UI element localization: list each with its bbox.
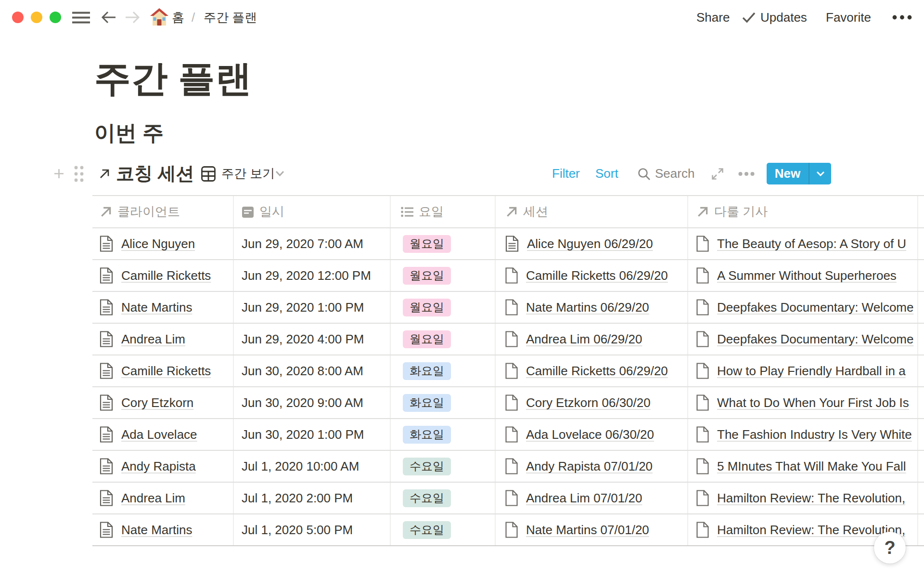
- article-link[interactable]: Deepfakes Documentary: Welcome: [717, 332, 913, 347]
- client-link[interactable]: Ada Lovelace: [121, 427, 197, 442]
- session-cell[interactable]: Alice Nguyen 06/29/20: [496, 228, 688, 259]
- session-link[interactable]: Andy Rapista 07/01/20: [526, 459, 653, 474]
- share-button[interactable]: Share: [696, 10, 730, 25]
- article-link[interactable]: How to Play Friendly Hardball in a: [717, 364, 906, 379]
- back-arrow-icon[interactable]: [101, 11, 116, 24]
- day-cell[interactable]: 월요일: [391, 324, 496, 355]
- client-cell[interactable]: Camille Ricketts: [92, 260, 234, 291]
- article-link[interactable]: 5 MInutes That Will Make You Fall: [717, 459, 906, 474]
- datetime-cell[interactable]: Jun 30, 2020 1:00 PM: [234, 419, 391, 450]
- breadcrumb-home[interactable]: 홈: [172, 10, 184, 25]
- article-link[interactable]: What to Do When Your First Job Is: [717, 395, 909, 410]
- forward-arrow-icon[interactable]: [125, 11, 140, 24]
- article-cell[interactable]: The Fashion Industry Is Very White: [688, 419, 918, 450]
- session-cell[interactable]: Nate Martins 07/01/20: [496, 514, 688, 545]
- article-cell[interactable]: The Beauty of Aesop: A Story of U: [688, 228, 918, 259]
- collection-title[interactable]: 코칭 세션: [116, 163, 194, 184]
- session-cell[interactable]: Camille Ricketts 06/29/20: [496, 260, 688, 291]
- datetime-cell[interactable]: Jul 1, 2020 10:00 AM: [234, 451, 391, 482]
- search-icon[interactable]: [637, 163, 651, 184]
- client-cell[interactable]: Andy Rapista: [92, 451, 234, 482]
- column-header-datetime[interactable]: 일시: [234, 196, 391, 227]
- search-button[interactable]: Search: [655, 163, 694, 184]
- drag-handle-icon[interactable]: [73, 163, 85, 184]
- traffic-light-zoom[interactable]: [50, 12, 61, 23]
- add-block-icon[interactable]: [54, 163, 64, 184]
- topbar-more-icon[interactable]: [892, 15, 912, 20]
- new-button-label[interactable]: New: [767, 163, 809, 184]
- sort-button[interactable]: Sort: [595, 163, 618, 184]
- breadcrumb-current[interactable]: 주간 플랜: [204, 10, 257, 25]
- datetime-cell[interactable]: Jun 29, 2020 1:00 PM: [234, 292, 391, 323]
- day-cell[interactable]: 화요일: [391, 355, 496, 386]
- session-link[interactable]: Cory Etzkorn 06/30/20: [526, 395, 651, 410]
- article-cell[interactable]: Deepfakes Documentary: Welcome: [688, 324, 918, 355]
- day-cell[interactable]: 수요일: [391, 514, 496, 545]
- column-header-article[interactable]: 다룰 기사: [688, 196, 918, 227]
- article-link[interactable]: A Summer Without Superheroes: [717, 268, 897, 283]
- client-cell[interactable]: Nate Martins: [92, 292, 234, 323]
- article-cell[interactable]: What to Do When Your First Job Is: [688, 387, 918, 418]
- day-cell[interactable]: 월요일: [391, 292, 496, 323]
- datetime-cell[interactable]: Jun 29, 2020 12:00 PM: [234, 260, 391, 291]
- article-link[interactable]: The Beauty of Aesop: A Story of U: [717, 236, 906, 251]
- client-link[interactable]: Camille Ricketts: [121, 364, 211, 379]
- session-cell[interactable]: Ada Lovelace 06/30/20: [496, 419, 688, 450]
- session-cell[interactable]: Cory Etzkorn 06/30/20: [496, 387, 688, 418]
- new-button-dropdown[interactable]: [809, 163, 831, 184]
- article-cell[interactable]: 5 MInutes That Will Make You Fall: [688, 451, 918, 482]
- datetime-cell[interactable]: Jun 30, 2020 8:00 AM: [234, 355, 391, 386]
- session-link[interactable]: Andrea Lim 07/01/20: [526, 491, 642, 506]
- datetime-cell[interactable]: Jul 1, 2020 2:00 PM: [234, 483, 391, 513]
- article-link[interactable]: The Fashion Industry Is Very White: [717, 427, 912, 442]
- client-link[interactable]: Camille Ricketts: [121, 268, 211, 283]
- session-link[interactable]: Alice Nguyen 06/29/20: [527, 236, 653, 251]
- view-selector[interactable]: 주간 보기: [221, 163, 275, 184]
- session-link[interactable]: Andrea Lim 06/29/20: [526, 332, 642, 347]
- favorite-button[interactable]: Favorite: [826, 10, 871, 25]
- day-cell[interactable]: 수요일: [391, 451, 496, 482]
- client-cell[interactable]: Camille Ricketts: [92, 355, 234, 386]
- column-header-day[interactable]: 요일: [391, 196, 496, 227]
- traffic-light-close[interactable]: [12, 12, 24, 23]
- article-link[interactable]: Hamilton Review: The Revolution,: [717, 491, 905, 506]
- column-header-client[interactable]: 클라이언트: [92, 196, 234, 227]
- help-button[interactable]: ?: [874, 532, 906, 564]
- client-link[interactable]: Andrea Lim: [121, 332, 185, 347]
- datetime-cell[interactable]: Jun 30, 2020 9:00 AM: [234, 387, 391, 418]
- sidebar-menu-icon[interactable]: [72, 11, 90, 24]
- session-cell[interactable]: Andy Rapista 07/01/20: [496, 451, 688, 482]
- article-cell[interactable]: How to Play Friendly Hardball in a: [688, 355, 918, 386]
- collection-more-icon[interactable]: [738, 163, 755, 184]
- datetime-cell[interactable]: Jun 29, 2020 4:00 PM: [234, 324, 391, 355]
- day-cell[interactable]: 수요일: [391, 483, 496, 513]
- session-cell[interactable]: Andrea Lim 07/01/20: [496, 483, 688, 513]
- article-cell[interactable]: Hamilton Review: The Revolution,: [688, 483, 918, 513]
- expand-icon[interactable]: [711, 163, 724, 184]
- day-cell[interactable]: 월요일: [391, 228, 496, 259]
- article-link[interactable]: Hamilton Review: The Revolution,: [717, 523, 905, 538]
- session-cell[interactable]: Nate Martins 06/29/20: [496, 292, 688, 323]
- client-cell[interactable]: Nate Martins: [92, 514, 234, 545]
- column-header-session[interactable]: 세션: [496, 196, 688, 227]
- session-cell[interactable]: Andrea Lim 06/29/20: [496, 324, 688, 355]
- client-link[interactable]: Nate Martins: [121, 523, 192, 538]
- session-link[interactable]: Camille Ricketts 06/29/20: [526, 268, 668, 283]
- day-cell[interactable]: 화요일: [391, 387, 496, 418]
- client-link[interactable]: Andrea Lim: [121, 491, 185, 506]
- day-cell[interactable]: 화요일: [391, 419, 496, 450]
- day-cell[interactable]: 월요일: [391, 260, 496, 291]
- session-link[interactable]: Nate Martins 06/29/20: [526, 300, 649, 315]
- article-link[interactable]: Deepfakes Documentary: Welcome: [717, 300, 913, 315]
- client-link[interactable]: Nate Martins: [121, 300, 192, 315]
- article-cell[interactable]: A Summer Without Superheroes: [688, 260, 918, 291]
- session-link[interactable]: Ada Lovelace 06/30/20: [526, 427, 654, 442]
- session-link[interactable]: Nate Martins 07/01/20: [526, 523, 649, 538]
- new-button[interactable]: New: [767, 163, 831, 184]
- client-cell[interactable]: Ada Lovelace: [92, 419, 234, 450]
- session-link[interactable]: Camille Ricketts 06/29/20: [526, 364, 668, 379]
- session-cell[interactable]: Camille Ricketts 06/29/20: [496, 355, 688, 386]
- client-link[interactable]: Andy Rapista: [121, 459, 196, 474]
- client-cell[interactable]: Cory Etzkorn: [92, 387, 234, 418]
- datetime-cell[interactable]: Jul 1, 2020 5:00 PM: [234, 514, 391, 545]
